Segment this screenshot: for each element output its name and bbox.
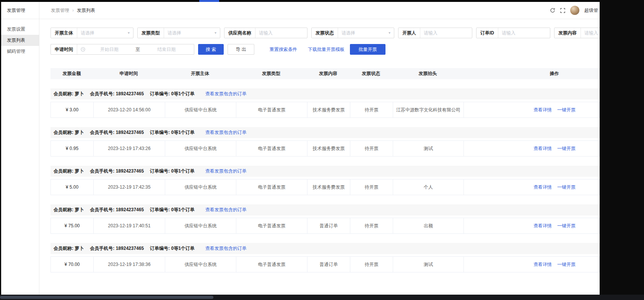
view-included-orders-link[interactable]: 查看发票包含的订单 <box>205 207 247 213</box>
cell-subject: 供应链中台系统 <box>165 218 236 233</box>
date-range-separator: 至 <box>136 46 140 53</box>
bottom-frame <box>0 295 644 300</box>
cell-actions: 查看详情 一键开票 <box>463 102 599 117</box>
cell-apply-time: 2023-12-19 17:42:35 <box>93 179 165 195</box>
cell-status: 待开票 <box>350 218 393 233</box>
one-click-invoice-link[interactable]: 一键开票 <box>557 184 576 191</box>
cell-content: 技术服务费发票 <box>307 102 350 117</box>
download-batch-template-link[interactable]: 下载批量开票模板 <box>308 46 345 53</box>
invoice-group-header: 会员昵称: 萝卜 会员手机号: 18924237465 订单编号: 0等1个订单… <box>50 166 600 177</box>
view-detail-link[interactable]: 查看详情 <box>533 107 552 113</box>
filter-placeholder: 请输入 <box>424 30 437 36</box>
view-detail-link[interactable]: 查看详情 <box>533 261 552 268</box>
batch-invoice-button[interactable]: 批量开票 <box>350 44 385 55</box>
breadcrumb-parent[interactable]: 发票管理 <box>51 7 69 14</box>
one-click-invoice-link[interactable]: 一键开票 <box>557 107 576 113</box>
cell-apply-time: 2023-12-19 17:38:36 <box>93 257 165 272</box>
cell-title: 江苏中源数字文化科技有限公司 <box>393 102 463 117</box>
col-header-title: 发票抬头 <box>392 70 463 77</box>
filter-label: 供应商名称 <box>224 28 255 38</box>
phone-label: 会员手机号: <box>90 168 114 174</box>
col-header-subject: 开票主体 <box>164 70 236 77</box>
sidebar-item-code-management[interactable]: 赋码管理 <box>1 46 39 57</box>
view-included-orders-link[interactable]: 查看发票包含的订单 <box>205 129 247 136</box>
topbar-right: 超级管 <box>550 6 598 15</box>
invoice-group: 会员昵称: 萝卜 会员手机号: 18924237465 订单编号: 0等1个订单… <box>50 127 600 157</box>
phone-value: 18924237465 <box>116 207 144 212</box>
view-detail-link[interactable]: 查看详情 <box>533 184 552 191</box>
cell-status: 待开票 <box>350 257 393 272</box>
app-window: 发票管理 发票设置 发票列表 赋码管理 发票管理 › 发票列表 <box>1 2 600 295</box>
export-button[interactable]: 导 出 <box>228 44 254 55</box>
order-number: 订单编号: 0等1个订单 <box>150 245 195 252</box>
horizontal-scrollbar[interactable] <box>0 296 213 299</box>
nickname-label: 会员昵称: <box>54 246 73 251</box>
cell-subject: 供应链中台系统 <box>165 179 236 195</box>
view-included-orders-link[interactable]: 查看发票包含的订单 <box>205 168 247 174</box>
col-header-invoice-type: 发票类型 <box>236 70 307 77</box>
filter-input[interactable]: 请选择 ▾ <box>164 28 220 38</box>
cell-apply-time: 2023-12-20 14:56:00 <box>93 102 165 117</box>
sidebar-item-invoice-list[interactable]: 发票列表 <box>1 35 39 46</box>
view-included-orders-link[interactable]: 查看发票包含的订单 <box>205 245 247 252</box>
one-click-invoice-link[interactable]: 一键开票 <box>557 223 576 229</box>
cell-apply-time: 2023-12-19 17:40:51 <box>93 218 165 233</box>
filter-input[interactable]: 请输入 <box>255 28 307 38</box>
one-click-invoice-link[interactable]: 一键开票 <box>557 261 576 268</box>
nickname-value: 萝卜 <box>75 168 84 174</box>
phone-value: 18924237465 <box>116 91 144 96</box>
filter-input[interactable]: 请输入 <box>581 28 600 38</box>
filter-label: 开票主体 <box>51 28 77 38</box>
phone-label: 会员手机号: <box>90 91 114 96</box>
cell-subject: 供应链中台系统 <box>165 102 236 117</box>
order-number: 订单编号: 0等1个订单 <box>150 129 195 136</box>
refresh-icon[interactable] <box>550 8 555 13</box>
search-button[interactable]: 搜 索 <box>198 44 224 55</box>
filter-input[interactable]: 请输入 <box>420 28 472 38</box>
filter-field: 发票状态 请选择 ▾ <box>311 28 394 38</box>
member-phone: 会员手机号: 18924237465 <box>90 245 144 252</box>
invoice-table: 发票金额 申请时间 开票主体 发票类型 发票内容 发票状态 发票抬头 操作 会员… <box>50 68 600 272</box>
sidebar-item-invoice-settings[interactable]: 发票设置 <box>1 24 39 35</box>
one-click-invoice-link[interactable]: 一键开票 <box>557 145 576 152</box>
cell-title: 出额 <box>393 218 463 233</box>
member-nickname: 会员昵称: 萝卜 <box>54 168 84 174</box>
nickname-value: 萝卜 <box>75 207 84 212</box>
user-avatar[interactable] <box>570 6 579 15</box>
view-detail-link[interactable]: 查看详情 <box>533 145 552 152</box>
filter-input[interactable]: 请选择 ▾ <box>77 28 133 38</box>
nickname-value: 萝卜 <box>75 91 84 96</box>
user-name[interactable]: 超级管 <box>584 7 598 14</box>
view-included-orders-link[interactable]: 查看发票包含的订单 <box>205 91 247 97</box>
main-area: 发票管理 › 发票列表 超级管 开票主体 请选择 ▾ <box>39 2 600 295</box>
filter-apply-time: 申请时间 开始日期 至 结束日期 <box>50 44 194 55</box>
invoice-group-header: 会员昵称: 萝卜 会员手机号: 18924237465 订单编号: 0等1个订单… <box>50 243 600 254</box>
order-value: 0等1个订单 <box>171 246 194 251</box>
sidebar: 发票管理 发票设置 发票列表 赋码管理 <box>1 2 39 295</box>
cell-invoice-type: 电子普通发票 <box>236 179 307 195</box>
phone-value: 18924237465 <box>116 246 144 251</box>
order-value: 0等1个订单 <box>171 168 194 174</box>
reset-filters-link[interactable]: 重置搜索条件 <box>270 46 297 53</box>
invoice-groups: 会员昵称: 萝卜 会员手机号: 18924237465 订单编号: 0等1个订单… <box>50 88 600 272</box>
phone-label: 会员手机号: <box>90 246 114 251</box>
content: 开票主体 请选择 ▾ 发票类型 请选择 ▾ 供应商名称 请输入 发票状态 请选择… <box>39 19 600 295</box>
clock-icon <box>81 47 85 52</box>
nickname-label: 会员昵称: <box>54 91 73 96</box>
nickname-label: 会员昵称: <box>54 207 73 212</box>
cell-amount: ¥ 70.00 <box>51 257 93 272</box>
cell-amount: ¥ 5.00 <box>51 179 93 195</box>
order-number: 订单编号: 0等1个订单 <box>150 168 195 174</box>
cell-actions: 查看详情 一键开票 <box>463 179 599 195</box>
filter-input[interactable]: 请输入 <box>498 28 550 38</box>
date-range-input[interactable]: 开始日期 至 结束日期 <box>77 44 194 54</box>
view-detail-link[interactable]: 查看详情 <box>533 223 552 229</box>
filter-placeholder: 请选择 <box>168 30 181 36</box>
filter-label: 申请时间 <box>51 44 77 54</box>
nickname-value: 萝卜 <box>75 130 84 135</box>
fullscreen-icon[interactable] <box>560 8 565 13</box>
cell-status: 待开票 <box>350 179 393 195</box>
filter-input[interactable]: 请选择 ▾ <box>338 28 394 38</box>
invoice-group: 会员昵称: 萝卜 会员手机号: 18924237465 订单编号: 0等1个订单… <box>50 166 600 195</box>
member-phone: 会员手机号: 18924237465 <box>90 91 144 97</box>
